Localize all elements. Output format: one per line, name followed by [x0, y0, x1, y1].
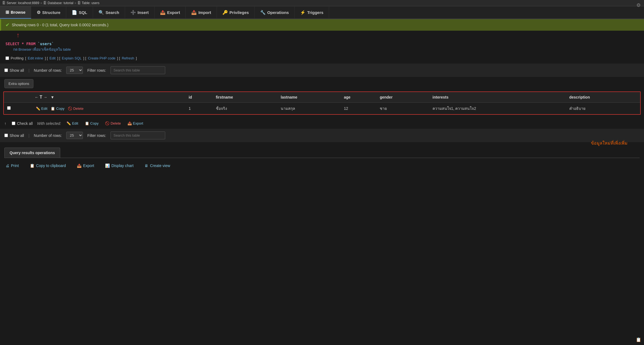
edit-inline-link[interactable]: Edit inline	[28, 56, 43, 60]
tab-structure[interactable]: ⚙ Structure	[31, 7, 66, 18]
extra-options-button[interactable]: Extra options	[4, 79, 33, 88]
sql-comment: กด Browser เพื่อมาเช็คข้อมูลใน table	[5, 47, 639, 52]
col-lastname[interactable]: lastname	[277, 92, 341, 103]
tab-triggers[interactable]: ⚡ Triggers	[295, 7, 329, 18]
col-id[interactable]: id	[185, 92, 212, 103]
show-all-label-top[interactable]: Show all	[4, 68, 24, 73]
database-label: Database: tutorial	[48, 1, 73, 5]
check-all-label[interactable]: Check all	[12, 121, 33, 126]
bulk-export-button[interactable]: 📤 Export	[126, 121, 144, 126]
check-all-checkbox[interactable]	[12, 122, 15, 125]
profiling-checkbox[interactable]	[5, 56, 9, 60]
export-icon: 📤	[160, 10, 166, 15]
row-delete-button[interactable]: 🚫 Delete	[67, 106, 85, 111]
tab-browse-label: Browse	[11, 10, 25, 15]
tab-sql-label: SQL	[79, 10, 87, 15]
tab-export-label: Export	[167, 10, 180, 15]
banner-message: Showing rows 0 - 0 (1 total, Query took …	[12, 23, 108, 27]
success-banner: ✔ Showing rows 0 - 0 (1 total, Query too…	[0, 19, 644, 31]
cell-age: 12	[341, 103, 376, 114]
cell-id: 1	[185, 103, 212, 114]
profiling-row: Profiling [ Edit inline ] [ Edit ] [ Exp…	[0, 54, 644, 64]
export-results-button[interactable]: 📤 Export	[76, 162, 95, 169]
table-label: Table: users	[82, 1, 100, 5]
bulk-edit-button[interactable]: ✏️ Edit	[65, 121, 79, 126]
cell-interests: ความสนใจ1, ความสนใจ2	[429, 103, 566, 114]
triggers-icon: ⚡	[300, 10, 306, 15]
tab-import[interactable]: 📥 Import	[186, 7, 217, 18]
red-arrow: ↑	[0, 31, 644, 38]
refresh-link[interactable]: Refresh	[122, 56, 134, 60]
sql-table: `users`	[38, 42, 54, 46]
create-view-button[interactable]: 🖥 Create view	[143, 162, 171, 169]
bulk-delete-button[interactable]: 🚫 Delete	[104, 121, 122, 126]
delete-label: Delete	[73, 107, 84, 111]
display-chart-button[interactable]: 📊 Display chart	[104, 162, 135, 169]
tab-sql[interactable]: 📄 SQL	[66, 7, 93, 18]
num-rows-select-top[interactable]: 25 50 100	[66, 67, 83, 74]
display-chart-label: Display chart	[111, 163, 134, 168]
bulk-copy-icon: 📋	[85, 121, 89, 125]
num-rows-select-bottom[interactable]: 25 50 100	[66, 132, 83, 139]
show-all-label-bottom[interactable]: Show all	[4, 133, 24, 138]
col-arrow[interactable]: ← T → ▼	[31, 92, 185, 103]
show-all-checkbox-top[interactable]	[4, 68, 8, 72]
copy-clipboard-label: Copy to clipboard	[36, 163, 66, 168]
tab-import-label: Import	[198, 10, 211, 15]
left-arrow-icon: ←	[35, 95, 39, 99]
sql-icon: 📄	[72, 10, 77, 15]
privileges-icon: 🔑	[222, 10, 228, 15]
edit-link[interactable]: Edit	[50, 56, 56, 60]
cell-gender: ชาย	[376, 103, 429, 114]
tab-operations[interactable]: 🔧 Operations	[255, 7, 295, 18]
tab-privileges-label: Privileges	[230, 10, 249, 15]
col-interests[interactable]: interests	[429, 92, 566, 103]
sql-area: SELECT * FROM `users` กด Browser เพื่อมา…	[0, 38, 644, 54]
delete-icon: 🚫	[68, 107, 72, 111]
export-results-icon: 📤	[77, 163, 82, 168]
cell-description: คำอธิบาย	[566, 103, 640, 114]
num-rows-label-bottom: Number of rows:	[34, 133, 62, 138]
explain-sql-link[interactable]: Explain SQL	[62, 56, 82, 60]
export-results-label: Export	[83, 163, 94, 168]
tab-browse[interactable]: ⊞ Browse	[0, 6, 31, 19]
cell-firstname: ชื่อจริง	[213, 103, 277, 114]
create-view-icon: 🖥	[144, 163, 148, 168]
sql-from: FROM	[26, 42, 36, 46]
tab-privileges[interactable]: 🔑 Privileges	[217, 7, 255, 18]
tab-export[interactable]: 📤 Export	[155, 7, 186, 18]
col-age[interactable]: age	[341, 92, 376, 103]
filter-input-bottom[interactable]	[111, 131, 165, 139]
right-arrow-icon: →	[43, 95, 47, 99]
sort-dropdown-icon[interactable]: ▼	[51, 95, 54, 99]
row-edit-button[interactable]: ✏️ Edit	[35, 106, 48, 111]
breadcrumb: 🗄 Server: localhost:8889 » 🗄 Database: t…	[0, 0, 644, 6]
row-copy-button[interactable]: 📋 Copy	[50, 106, 65, 111]
data-table-container: ← T → ▼ id firstname lastname age gender…	[3, 91, 641, 115]
bulk-delete-label: Delete	[111, 121, 121, 125]
col-gender[interactable]: gender	[376, 92, 429, 103]
sort-icon: T	[40, 95, 42, 100]
print-button[interactable]: 🖨 Print	[4, 162, 20, 169]
nav-tabs: ⊞ Browse ⚙ Structure 📄 SQL 🔍 Search ➕ In…	[0, 6, 644, 19]
show-all-checkbox-bottom[interactable]	[4, 134, 8, 137]
filter-input-top[interactable]	[111, 66, 165, 74]
copy-clipboard-icon: 📋	[30, 163, 34, 168]
tab-structure-label: Structure	[42, 10, 60, 15]
copy-clipboard-button[interactable]: 📋 Copy to clipboard	[29, 162, 67, 169]
row-checkbox[interactable]	[7, 106, 11, 110]
tab-search[interactable]: 🔍 Search	[93, 7, 125, 18]
filter-label-bottom: Filter rows:	[87, 133, 106, 138]
sql-asterisk: *	[22, 42, 26, 46]
browse-icon: ⊞	[5, 10, 9, 15]
col-description[interactable]: description	[566, 92, 640, 103]
gear-icon[interactable]: ⚙	[636, 2, 641, 8]
bulk-copy-button[interactable]: 📋 Copy	[84, 121, 100, 126]
cell-lastname: นามสกุล	[277, 103, 341, 114]
tab-insert[interactable]: ➕ Insert	[125, 7, 155, 18]
create-php-link[interactable]: Create PHP code	[88, 56, 115, 60]
row-checkbox-cell	[4, 103, 31, 114]
search-icon: 🔍	[98, 10, 104, 15]
col-firstname[interactable]: firstname	[213, 92, 277, 103]
show-all-text-bottom: Show all	[10, 133, 24, 138]
